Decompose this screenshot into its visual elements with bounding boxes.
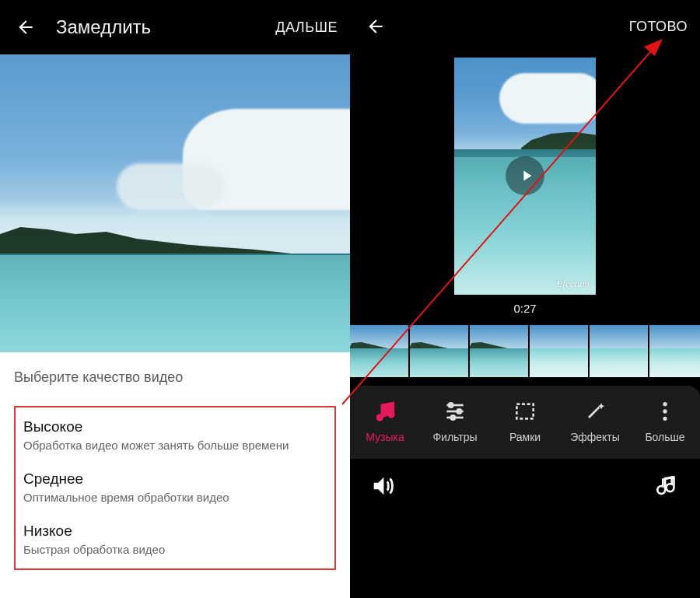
sliders-icon (442, 398, 468, 425)
video-preview-left[interactable] (0, 54, 350, 352)
timeline-thumb[interactable] (590, 325, 648, 377)
timeline-thumb[interactable] (410, 325, 468, 377)
quality-panel: Выберите качество видео Высокое Обработк… (0, 352, 350, 598)
toolbar-label: Рамки (509, 431, 541, 443)
wand-icon (582, 398, 608, 425)
toolbar-label: Музыка (366, 431, 404, 443)
back-arrow-icon[interactable] (12, 14, 39, 40)
quality-option-medium[interactable]: Среднее Оптимальное время обработки виде… (16, 460, 334, 512)
editor-toolbar: Музыка Фильтры Рамки (350, 386, 700, 459)
more-vertical-icon (652, 398, 678, 425)
next-button[interactable]: ДАЛЬШЕ (275, 19, 338, 36)
toolbar-more[interactable]: Больше (632, 398, 698, 443)
quality-option-sub: Оптимальное время обработки видео (23, 491, 327, 504)
svg-point-0 (377, 415, 383, 421)
timeline-thumb[interactable] (649, 325, 700, 377)
play-button[interactable] (506, 156, 544, 195)
toolbar-label: Фильтры (432, 431, 477, 443)
quality-options-box: Высокое Обработка видео может занять бол… (14, 406, 336, 570)
header-left: Замедлить ДАЛЬШЕ (0, 0, 350, 54)
timeline-thumb[interactable] (470, 325, 528, 377)
quality-option-title: Среднее (23, 470, 327, 488)
svg-point-5 (449, 403, 453, 407)
timeline-strip[interactable] (350, 325, 700, 386)
svg-point-7 (451, 415, 455, 419)
toolbar-label: Больше (645, 431, 684, 443)
quality-option-sub: Обработка видео может занять больше врем… (23, 439, 327, 452)
timeline-thumb[interactable] (350, 325, 408, 377)
toolbar-effects[interactable]: Эффекты (562, 398, 628, 443)
quality-option-high[interactable]: Высокое Обработка видео может занять бол… (16, 407, 334, 460)
music-note-icon[interactable] (652, 470, 683, 502)
bottom-bar (350, 459, 700, 513)
header-right: ГОТОВО (350, 0, 700, 53)
toolbar-frames[interactable]: Рамки (492, 398, 558, 443)
toolbar-music[interactable]: Музыка (352, 398, 418, 443)
quality-option-sub: Быстрая обработка видео (23, 543, 327, 556)
screen-quality: Замедлить ДАЛЬШЕ Выберите качество видео… (0, 0, 350, 598)
video-preview-wrap: Efectum (350, 53, 700, 299)
done-button[interactable]: ГОТОВО (629, 19, 688, 35)
frame-icon (512, 398, 538, 425)
video-preview-right[interactable]: Efectum (454, 58, 596, 295)
quality-panel-title: Выберите качество видео (14, 369, 336, 386)
toolbar-filters[interactable]: Фильтры (422, 398, 488, 443)
timeline-thumb[interactable] (530, 325, 588, 377)
svg-point-1 (389, 412, 394, 418)
svg-point-10 (663, 402, 667, 406)
svg-point-12 (663, 417, 667, 421)
page-title: Замедлить (56, 16, 275, 38)
quality-option-title: Низкое (23, 523, 327, 540)
toolbar-label: Эффекты (570, 431, 620, 443)
volume-icon[interactable] (367, 470, 398, 502)
music-icon (372, 398, 398, 425)
video-duration: 0:27 (350, 299, 700, 325)
svg-line-9 (589, 407, 599, 418)
quality-option-low[interactable]: Низкое Быстрая обработка видео (16, 512, 334, 564)
screen-editor: ГОТОВО Efectum 0:27 (350, 0, 700, 598)
back-arrow-icon[interactable] (362, 13, 389, 40)
svg-point-11 (663, 409, 667, 413)
quality-option-title: Высокое (23, 418, 327, 435)
svg-point-6 (457, 409, 461, 413)
watermark: Efectum (556, 278, 590, 290)
svg-rect-8 (516, 404, 533, 419)
